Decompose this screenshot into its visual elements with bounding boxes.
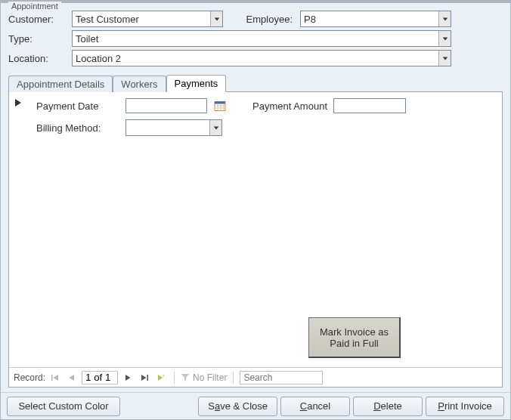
billing-method-label: Billing Method: — [36, 122, 119, 134]
separator — [233, 372, 234, 384]
select-custom-color-button[interactable]: Select Custom Color — [7, 397, 120, 416]
chevron-down-icon[interactable] — [210, 11, 222, 26]
record-position-input[interactable] — [82, 371, 118, 384]
payment-date-input[interactable] — [125, 98, 207, 113]
cancel-button[interactable]: Cancel — [280, 397, 350, 416]
employee-value: P8 — [301, 14, 438, 25]
payments-subform: Payment Date Pa — [11, 98, 496, 136]
svg-marker-16 — [125, 375, 131, 381]
tab-strip: Appointment Details Workers Payments — [1, 71, 510, 91]
select-custom-color-label: Select Custom Color — [18, 400, 108, 412]
footer-bar: Select Custom Color Save & Close Cancel … — [1, 392, 510, 419]
location-combo[interactable]: Location 2 — [72, 50, 451, 66]
mark-paid-button[interactable]: Mark Invoice as Paid in Full — [308, 317, 401, 358]
customer-value: Test Customer — [73, 14, 210, 25]
type-combo[interactable]: Toilet — [72, 30, 451, 47]
separator — [174, 372, 175, 384]
employee-combo[interactable]: P8 — [300, 11, 451, 27]
svg-marker-14 — [54, 375, 59, 381]
payment-row-2: Billing Method: — [36, 119, 496, 136]
payment-row-1: Payment Date Pa — [36, 98, 496, 113]
svg-marker-17 — [141, 375, 147, 381]
mark-paid-label: Mark Invoice as Paid in Full — [309, 326, 399, 349]
svg-text:*: * — [163, 374, 165, 379]
svg-rect-18 — [147, 375, 149, 381]
payment-date-label: Payment Date — [36, 100, 119, 112]
svg-marker-21 — [181, 374, 189, 381]
record-label: Record: — [14, 372, 45, 383]
form-header: Customer: Test Customer Employee: P8 Typ… — [1, 3, 510, 71]
prev-record-icon[interactable] — [65, 371, 79, 384]
first-record-icon[interactable] — [48, 371, 62, 384]
svg-marker-1 — [442, 17, 447, 20]
search-input[interactable] — [240, 371, 323, 384]
appointment-window: Appointment Customer: Test Customer Empl… — [0, 0, 511, 420]
svg-rect-6 — [215, 102, 225, 104]
svg-marker-4 — [15, 99, 21, 107]
calendar-icon[interactable] — [213, 99, 227, 113]
window-title: Appointment — [8, 2, 61, 11]
tab-workers[interactable]: Workers — [113, 76, 166, 92]
svg-marker-2 — [442, 37, 447, 40]
svg-marker-12 — [213, 126, 218, 129]
svg-marker-0 — [214, 17, 218, 20]
no-filter-label: No Filter — [193, 372, 227, 383]
tab-appointment-details[interactable]: Appointment Details — [8, 76, 113, 92]
chevron-down-icon[interactable] — [438, 31, 451, 46]
record-navigator: Record: * No Filter — [9, 367, 502, 387]
tab-payments[interactable]: Payments — [166, 75, 227, 92]
customer-combo[interactable]: Test Customer — [72, 11, 223, 27]
payments-pane: Payment Date Pa — [9, 92, 502, 367]
payment-amount-input[interactable] — [333, 98, 406, 113]
delete-button[interactable]: Delete — [353, 397, 423, 416]
type-value: Toilet — [73, 33, 438, 45]
chevron-down-icon[interactable] — [438, 11, 451, 26]
tab-pane: Payment Date Pa — [8, 91, 503, 388]
record-selector-icon[interactable] — [14, 98, 23, 107]
billing-method-combo[interactable] — [125, 119, 222, 136]
chevron-down-icon[interactable] — [209, 120, 221, 135]
location-value: Location 2 — [73, 53, 438, 64]
payment-amount-label: Payment Amount — [252, 100, 327, 112]
funnel-icon — [181, 373, 190, 382]
last-record-icon[interactable] — [138, 371, 151, 384]
new-record-icon[interactable]: * — [154, 371, 168, 384]
svg-marker-15 — [70, 375, 75, 381]
location-label: Location: — [8, 53, 69, 64]
save-and-close-button[interactable]: Save & Close — [198, 397, 277, 416]
type-label: Type: — [8, 33, 69, 45]
chevron-down-icon[interactable] — [438, 51, 451, 66]
svg-marker-3 — [442, 57, 447, 60]
next-record-icon[interactable] — [121, 371, 135, 384]
employee-label: Employee: — [237, 14, 297, 25]
print-invoice-button[interactable]: Print Invoice — [426, 397, 504, 416]
svg-rect-13 — [51, 375, 53, 381]
no-filter-indicator[interactable]: No Filter — [181, 372, 227, 383]
customer-label: Customer: — [8, 14, 69, 25]
